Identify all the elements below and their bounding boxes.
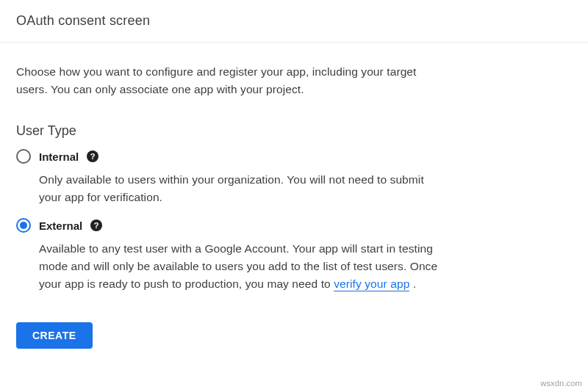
radio-description-external: Available to any test user with a Google… bbox=[16, 240, 440, 293]
radio-label-internal: Internal bbox=[39, 150, 79, 163]
verify-app-link[interactable]: verify your app bbox=[334, 277, 409, 291]
create-button[interactable]: CREATE bbox=[16, 322, 93, 349]
radio-description-internal: Only available to users within your orga… bbox=[16, 171, 440, 206]
help-icon[interactable]: ? bbox=[90, 219, 102, 231]
page-title: OAuth consent screen bbox=[0, 0, 588, 43]
user-type-option-internal: Internal ? Only available to users withi… bbox=[16, 149, 440, 206]
radio-internal[interactable] bbox=[16, 149, 31, 164]
help-icon[interactable]: ? bbox=[87, 150, 98, 162]
radio-row-internal[interactable]: Internal ? bbox=[16, 149, 440, 164]
user-type-option-external: External ? Available to any test user wi… bbox=[16, 218, 440, 293]
user-type-heading: User Type bbox=[16, 123, 440, 139]
radio-description-external-suffix: . bbox=[409, 277, 416, 290]
radio-label-external: External bbox=[39, 219, 82, 232]
radio-row-external[interactable]: External ? bbox=[16, 218, 440, 233]
content-area: Choose how you want to configure and reg… bbox=[0, 43, 456, 360]
radio-external[interactable] bbox=[16, 218, 31, 233]
watermark: wsxdn.com bbox=[540, 379, 582, 388]
intro-text: Choose how you want to configure and reg… bbox=[16, 63, 440, 98]
